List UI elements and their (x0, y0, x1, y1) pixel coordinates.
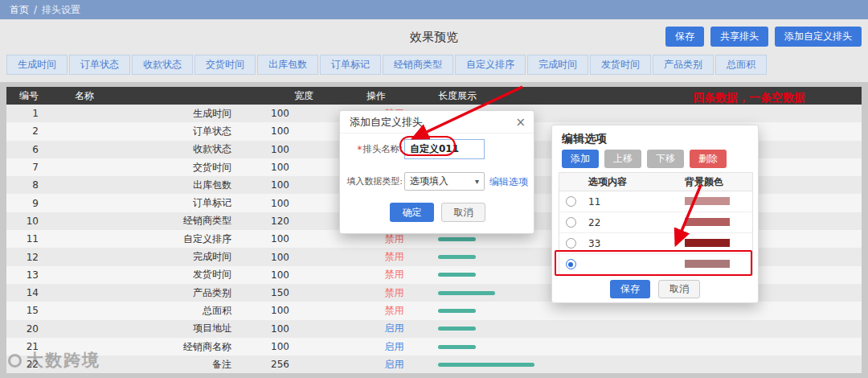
cell-name: 收款状态 (39, 141, 280, 158)
cell-name: 交货时间 (39, 158, 280, 176)
header-band: 效果预览 保存 共享排头 添加自定义排头 生成时间 订单状态 收款状态 交货时间… (0, 19, 868, 82)
table-row[interactable]: 21 经销商名称 100 启用 (6, 338, 862, 355)
table-row[interactable]: 20 项目地址 100 启用 (6, 320, 862, 338)
cancel-button[interactable]: 取消 (441, 203, 485, 222)
cell-name: 经销商名称 (39, 338, 280, 355)
edit-options-title: 编辑选项 (562, 132, 607, 146)
move-up-button[interactable]: 上移 (604, 150, 641, 168)
cell-length (428, 338, 862, 355)
option-row[interactable]: 22 (559, 212, 752, 233)
data-type-select[interactable]: 选项填入 ▾ (404, 172, 485, 191)
header-tab[interactable]: 总面积 (715, 55, 767, 75)
cell-name: 项目地址 (39, 320, 280, 338)
cell-id: 2 (6, 122, 39, 140)
header-name-input[interactable]: 自定义011 (404, 139, 485, 159)
cell-name: 生成时间 (39, 105, 280, 122)
header-tab[interactable]: 产品类别 (653, 55, 714, 75)
cell-id: 9 (6, 194, 39, 212)
move-down-button[interactable]: 下移 (647, 150, 684, 168)
page-title: 效果预览 (410, 30, 458, 45)
length-bar (438, 291, 495, 295)
radio-button[interactable] (566, 259, 576, 269)
edit-options-panel: 编辑选项 添加 上移 下移 删除 选项内容 背景颜色 11 (551, 125, 759, 303)
header-tab[interactable]: 订单状态 (69, 55, 130, 75)
option-content-cell: 11 (582, 196, 678, 207)
table-row[interactable]: 15 总面积 100 禁用 (6, 302, 862, 319)
cell-name: 总面积 (39, 302, 280, 319)
cell-id: 22 (6, 355, 39, 373)
cell-length (428, 320, 862, 338)
confirm-button[interactable]: 确定 (390, 203, 434, 222)
table-row[interactable]: 22 备注 256 启用 (6, 355, 862, 373)
options-toolbar: 添加 上移 下移 删除 (562, 150, 727, 168)
header-tab[interactable]: 出库包数 (257, 55, 318, 75)
cell-id: 10 (6, 212, 39, 230)
option-row[interactable] (559, 254, 752, 275)
option-row[interactable]: 33 (559, 233, 752, 254)
cell-status[interactable]: 启用 (360, 320, 428, 338)
length-bar (438, 363, 534, 367)
column-header-length: 长度展示 (428, 87, 862, 105)
header-tab[interactable]: 经销商类型 (383, 55, 453, 75)
cell-name: 订单状态 (39, 122, 280, 140)
column-header-name: 名称 (39, 87, 280, 105)
cell-status[interactable]: 启用 (360, 355, 428, 373)
options-footer: 保存 取消 (552, 280, 758, 298)
chevron-down-icon: ▾ (475, 177, 479, 186)
length-bar (438, 327, 476, 331)
breadcrumb-home[interactable]: 首页 (10, 3, 29, 17)
cell-status[interactable]: 启用 (360, 338, 428, 355)
options-save-button[interactable]: 保存 (610, 280, 650, 298)
data-type-value: 选项填入 (410, 175, 448, 188)
cell-width: 100 (280, 302, 360, 319)
option-color-cell (678, 238, 752, 249)
table-header-row: 编号 名称 宽度 操作 长度展示 (6, 87, 862, 105)
add-custom-header-button[interactable]: 添加自定义排头 (775, 27, 862, 47)
header-tab[interactable]: 生成时间 (6, 55, 68, 75)
dialog-title-bar: 添加自定义排头 (340, 111, 534, 134)
header-tab[interactable]: 完成时间 (527, 55, 588, 75)
close-icon[interactable]: × (515, 115, 526, 129)
option-content-cell: 33 (582, 238, 678, 249)
cell-width: 100 (280, 338, 360, 355)
data-type-label: 填入数据类型: (340, 172, 403, 191)
cell-id: 21 (6, 338, 39, 355)
cell-status[interactable]: 禁用 (360, 302, 428, 319)
cell-name: 发货时间 (39, 266, 280, 284)
cell-name: 备注 (39, 355, 280, 373)
header-tab[interactable]: 订单标记 (320, 55, 381, 75)
header-tab[interactable]: 交货时间 (194, 55, 256, 75)
cell-name: 订单标记 (39, 194, 280, 212)
cell-status[interactable]: 禁用 (360, 248, 428, 265)
delete-option-button[interactable]: 删除 (690, 150, 727, 168)
radio-button[interactable] (566, 238, 576, 249)
cell-name: 产品类别 (39, 284, 280, 302)
cell-width: 100 (280, 248, 360, 265)
cell-status[interactable]: 禁用 (360, 266, 428, 284)
option-color-cell (678, 196, 752, 207)
options-cancel-button[interactable]: 取消 (658, 280, 700, 298)
header-tab[interactable]: 收款状态 (132, 55, 193, 75)
cell-status[interactable]: 禁用 (360, 284, 428, 302)
radio-button[interactable] (566, 196, 576, 207)
save-button[interactable]: 保存 (665, 27, 704, 47)
cell-width: 150 (280, 284, 360, 302)
options-table-body: 11 22 (559, 191, 752, 275)
length-bar (438, 345, 476, 349)
length-bar (438, 309, 476, 313)
share-headers-button[interactable]: 共享排头 (710, 27, 768, 47)
options-table: 选项内容 背景颜色 11 (559, 172, 753, 276)
header-tab[interactable]: 自定义排序 (455, 55, 526, 75)
cell-id: 7 (6, 158, 39, 176)
column-header-width: 宽度 (280, 87, 360, 105)
option-row[interactable]: 11 (559, 191, 752, 212)
cell-length (428, 355, 862, 373)
radio-button[interactable] (566, 217, 576, 228)
header-tab[interactable]: 发货时间 (590, 55, 651, 75)
add-option-button[interactable]: 添加 (562, 150, 599, 168)
edit-options-link[interactable]: 编辑选项 (489, 175, 528, 189)
breadcrumb-separator: / (34, 4, 37, 15)
cell-width: 100 (280, 320, 360, 338)
column-header-action: 操作 (360, 87, 428, 105)
color-swatch (685, 218, 730, 226)
